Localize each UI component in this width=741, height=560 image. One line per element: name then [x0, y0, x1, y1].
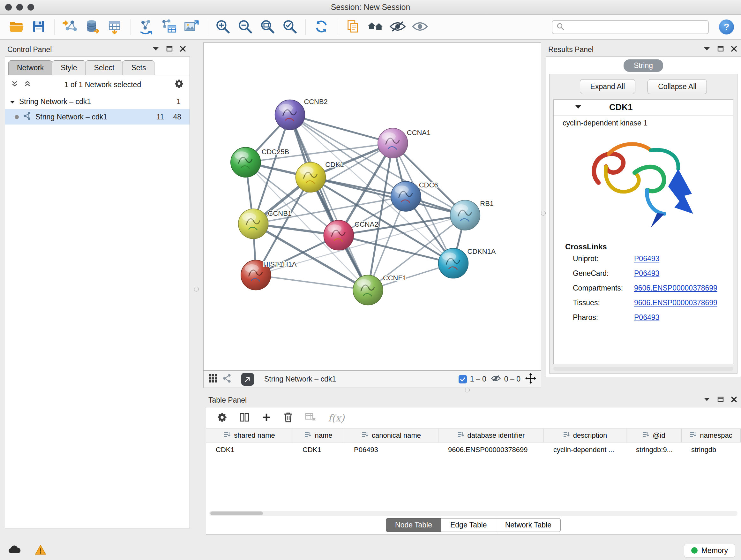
- search-input[interactable]: [567, 23, 704, 31]
- table-horizontal-scrollbar[interactable]: [209, 511, 738, 516]
- first-neighbors-button[interactable]: [365, 17, 386, 38]
- column-header[interactable]: description: [544, 429, 626, 442]
- show-all-button[interactable]: [409, 17, 430, 38]
- new-network-from-selection-button[interactable]: [136, 17, 157, 38]
- delete-column-button[interactable]: [283, 412, 293, 424]
- hide-selected-button[interactable]: [387, 17, 408, 38]
- help-button[interactable]: ?: [719, 19, 734, 35]
- vertical-splitter-handle[interactable]: [194, 287, 199, 292]
- table-row[interactable]: CDK1CDK1P064939606.ENSP00000378699cyclin…: [206, 442, 741, 457]
- network-canvas[interactable]: CCNB2CCNA1CDC25BCDK1CDC6RB1CCNB1CCNA2CDK…: [203, 43, 541, 371]
- crosslink-value-link[interactable]: 9606.ENSP00000378699: [634, 284, 718, 293]
- import-table-button[interactable]: [105, 17, 125, 38]
- tab-sets[interactable]: Sets: [123, 60, 154, 75]
- table-options-gear-button[interactable]: [217, 412, 227, 424]
- column-header[interactable]: namespac: [682, 429, 741, 442]
- open-session-button[interactable]: [6, 17, 27, 38]
- gene-section-header[interactable]: CDK1: [554, 100, 733, 116]
- column-header[interactable]: name: [293, 429, 344, 442]
- crosslink-value-link[interactable]: P06493: [634, 269, 659, 278]
- table-cell[interactable]: 9606.ENSP00000378699: [439, 442, 544, 457]
- scrollbar-thumb[interactable]: [210, 511, 263, 515]
- horizontal-splitter-handle[interactable]: [465, 388, 470, 392]
- export-image-button[interactable]: [181, 17, 202, 38]
- zoom-fit-button[interactable]: [257, 17, 278, 38]
- network-row[interactable]: String Network – cdk1 11 48: [5, 109, 190, 125]
- add-column-button[interactable]: [262, 413, 271, 423]
- detach-view-button[interactable]: [241, 373, 254, 386]
- import-network-database-button[interactable]: [82, 17, 103, 38]
- table-cell[interactable]: CDK1: [293, 442, 344, 457]
- network-edge[interactable]: [256, 275, 368, 290]
- close-panel-button[interactable]: [731, 46, 737, 53]
- tab-network[interactable]: Network: [8, 60, 52, 75]
- collapse-panel-caret-icon[interactable]: [703, 47, 711, 52]
- network-node[interactable]: [391, 181, 421, 211]
- network-node[interactable]: [231, 147, 261, 177]
- minimize-window-button[interactable]: [16, 4, 23, 10]
- expand-all-networks-icon[interactable]: [23, 80, 31, 89]
- table-cell[interactable]: stringdb: [682, 442, 741, 457]
- cloud-status-button[interactable]: [6, 544, 23, 557]
- network-edge[interactable]: [290, 115, 368, 290]
- import-network-file-button[interactable]: [60, 17, 81, 38]
- refresh-layout-button[interactable]: [311, 17, 332, 38]
- close-panel-button[interactable]: [731, 396, 737, 404]
- vertical-splitter-handle[interactable]: [541, 211, 546, 215]
- hidden-eye-slash-icon[interactable]: [491, 374, 501, 384]
- show-columns-button[interactable]: [239, 412, 250, 424]
- tab-string[interactable]: String: [623, 59, 663, 72]
- new-table-from-network-button[interactable]: [158, 17, 179, 38]
- float-panel-button[interactable]: [166, 46, 173, 53]
- table-cell[interactable]: stringdb:9...: [626, 442, 682, 457]
- network-node[interactable]: [450, 200, 480, 230]
- zoom-in-button[interactable]: [212, 17, 233, 38]
- network-node[interactable]: [439, 248, 468, 278]
- tab-node-table[interactable]: Node Table: [386, 518, 441, 532]
- results-horizontal-scrollbar[interactable]: [553, 367, 733, 371]
- network-node[interactable]: [378, 128, 408, 158]
- memory-button[interactable]: Memory: [684, 544, 735, 557]
- function-builder-button[interactable]: f(x): [328, 413, 344, 424]
- column-header[interactable]: shared name: [206, 429, 293, 442]
- float-panel-button[interactable]: [718, 46, 724, 53]
- column-header[interactable]: @id: [626, 429, 682, 442]
- delete-table-button[interactable]: [305, 413, 316, 423]
- zoom-window-button[interactable]: [27, 4, 34, 10]
- network-node[interactable]: [324, 220, 354, 250]
- warnings-button[interactable]: [32, 544, 49, 557]
- network-view-toggle-button[interactable]: [222, 374, 232, 385]
- close-window-button[interactable]: [5, 4, 12, 10]
- network-node[interactable]: [353, 275, 383, 305]
- duplicate-document-button[interactable]: [342, 17, 363, 38]
- tree-caret-icon[interactable]: [10, 98, 15, 106]
- collapse-all-networks-icon[interactable]: [11, 80, 18, 89]
- pan-crosshair-button[interactable]: [525, 373, 536, 386]
- section-caret-icon[interactable]: [575, 105, 582, 111]
- tab-select[interactable]: Select: [85, 60, 123, 75]
- network-node[interactable]: [295, 162, 326, 192]
- selected-checkbox-icon[interactable]: [459, 375, 467, 383]
- search-box[interactable]: [552, 20, 709, 34]
- network-options-gear-button[interactable]: [174, 79, 184, 90]
- crosslink-value-link[interactable]: P06493: [634, 313, 659, 322]
- collapse-panel-caret-icon[interactable]: [152, 47, 159, 52]
- table-cell[interactable]: cyclin-dependent ...: [544, 442, 626, 457]
- network-node[interactable]: [239, 209, 268, 239]
- network-node[interactable]: [275, 100, 305, 130]
- column-header[interactable]: canonical name: [344, 429, 439, 442]
- tab-style[interactable]: Style: [52, 60, 85, 75]
- close-panel-button[interactable]: [180, 46, 186, 53]
- crosslink-value-link[interactable]: P06493: [634, 254, 659, 263]
- grid-view-button[interactable]: [208, 374, 218, 385]
- float-panel-button[interactable]: [718, 396, 724, 403]
- tab-network-table[interactable]: Network Table: [496, 518, 561, 532]
- table-cell[interactable]: CDK1: [206, 442, 293, 457]
- expand-all-button[interactable]: Expand All: [580, 79, 636, 94]
- network-collection-row[interactable]: String Network – cdk1 1: [5, 94, 190, 109]
- table-cell[interactable]: P06493: [344, 442, 439, 457]
- crosslink-value-link[interactable]: 9606.ENSP00000378699: [634, 299, 718, 307]
- collapse-panel-caret-icon[interactable]: [703, 397, 711, 403]
- save-session-button[interactable]: [28, 17, 49, 38]
- collapse-all-button[interactable]: Collapse All: [648, 79, 707, 94]
